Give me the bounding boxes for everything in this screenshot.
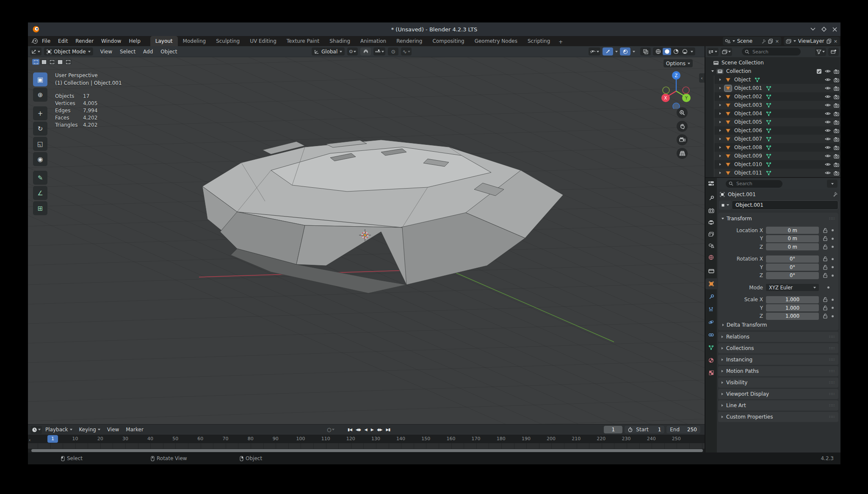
hide-eye-icon[interactable] xyxy=(824,111,832,116)
tool-annotate-button[interactable]: ✎ xyxy=(33,171,47,185)
expand-arrow-icon[interactable] xyxy=(719,129,721,132)
playhead[interactable]: 1 xyxy=(47,435,58,443)
hide-eye-icon[interactable] xyxy=(824,145,832,150)
disable-render-icon[interactable] xyxy=(832,128,840,133)
show-object-types-dropdown[interactable] xyxy=(589,47,600,56)
playback-menu[interactable]: Playback xyxy=(42,427,76,433)
tab-constraints[interactable] xyxy=(705,329,717,340)
hide-eye-icon[interactable] xyxy=(824,94,832,99)
tab-layout[interactable]: Layout xyxy=(150,36,178,46)
current-frame-field[interactable]: 1 xyxy=(604,426,622,433)
properties-editor-type-button[interactable] xyxy=(705,178,717,189)
select-invert-button[interactable] xyxy=(56,59,64,65)
properties-options-dropdown[interactable] xyxy=(827,180,838,188)
expand-arrow-icon[interactable] xyxy=(719,138,721,140)
marker-menu[interactable]: Marker xyxy=(122,427,147,433)
titlebar[interactable]: * (Unsaved) - Blender 4.2.3 LTS xyxy=(28,22,840,36)
tool-transform-button[interactable]: ◉ xyxy=(33,152,47,166)
transform-value-field[interactable]: 0° xyxy=(766,264,819,271)
pin-id-icon[interactable] xyxy=(832,192,838,197)
outliner-object-row[interactable]: Object.011 xyxy=(714,169,840,177)
transform-panel-header[interactable]: Transform ∷∷ xyxy=(718,215,838,222)
outliner-object-row[interactable]: Object.003 xyxy=(714,101,840,109)
timeline-ruler[interactable]: 1020304050607080901001101201301401501601… xyxy=(28,435,705,443)
hide-eye-icon[interactable] xyxy=(824,154,832,158)
expand-arrow-icon[interactable] xyxy=(719,104,721,106)
outliner-object-row[interactable]: Object.010 xyxy=(714,160,840,169)
hide-eye-icon[interactable] xyxy=(824,128,832,133)
close-button[interactable] xyxy=(832,27,837,32)
tool-move-button[interactable]: + xyxy=(33,106,47,120)
mode-selector[interactable]: Object Mode xyxy=(44,47,93,56)
outliner-display-mode-button[interactable] xyxy=(707,48,719,56)
outliner-object-row[interactable]: Object.001 xyxy=(714,84,840,92)
outliner-filter-id-button[interactable] xyxy=(721,48,732,56)
collection-checkbox[interactable] xyxy=(816,69,822,74)
transform-value-field[interactable]: 0 m xyxy=(766,227,819,234)
tab-sculpting[interactable]: Sculpting xyxy=(211,36,245,46)
disable-render-icon[interactable] xyxy=(832,111,840,116)
select-extend-button[interactable] xyxy=(40,59,47,65)
animate-dot[interactable] xyxy=(832,266,834,268)
object-name[interactable]: Object.002 xyxy=(734,94,762,100)
animate-dot[interactable] xyxy=(832,299,834,301)
hide-eye-icon[interactable] xyxy=(824,162,832,167)
outliner-search-input[interactable] xyxy=(752,49,787,55)
snap-toggle[interactable] xyxy=(360,47,371,56)
playback-button[interactable]: ◆▶ xyxy=(376,427,384,432)
panel-drag-handle[interactable]: ∷∷ xyxy=(829,358,835,362)
animate-dot[interactable] xyxy=(827,286,829,289)
disable-render-icon[interactable] xyxy=(832,69,840,74)
tab-material[interactable] xyxy=(705,355,717,366)
tab-world[interactable] xyxy=(705,252,717,263)
tab-physics[interactable] xyxy=(705,316,717,327)
breadcrumb-object[interactable]: Object.001 xyxy=(728,191,756,197)
hide-eye-icon[interactable] xyxy=(824,103,832,107)
shading-rendered-button[interactable] xyxy=(680,48,689,55)
animate-dot[interactable] xyxy=(832,307,834,309)
minimize-button[interactable] xyxy=(810,28,815,31)
object-name[interactable]: Object.009 xyxy=(734,153,762,159)
lock-icon[interactable] xyxy=(823,305,827,311)
lock-icon[interactable] xyxy=(823,297,827,302)
transform-value-field[interactable]: 0° xyxy=(766,272,819,279)
tab-view-layer[interactable] xyxy=(705,229,717,240)
shading-solid-button[interactable] xyxy=(663,48,671,55)
editor-type-button[interactable] xyxy=(30,47,41,56)
animate-dot[interactable] xyxy=(832,229,834,231)
property-panel-header[interactable]: Visibility ∷∷ xyxy=(718,377,838,388)
timeline-editor-type-button[interactable] xyxy=(30,426,42,434)
options-dropdown[interactable]: Options xyxy=(663,59,693,67)
snap-settings-dropdown[interactable] xyxy=(373,47,385,56)
pan-button[interactable] xyxy=(677,121,688,132)
playback-button[interactable]: ▮◀ xyxy=(346,427,353,432)
tab-scripting[interactable]: Scripting xyxy=(522,36,555,46)
vp-menu-view[interactable]: View xyxy=(97,47,116,57)
new-collection-button[interactable] xyxy=(828,48,839,56)
expand-arrow-icon[interactable] xyxy=(719,172,721,174)
expand-arrow-icon[interactable] xyxy=(719,146,721,149)
viewlayer-selector[interactable]: ViewLayer × xyxy=(784,37,840,45)
properties-search-input[interactable] xyxy=(735,180,771,187)
pin-icon[interactable] xyxy=(761,39,766,44)
tab-uv-editing[interactable]: UV Editing xyxy=(245,36,282,46)
lock-icon[interactable] xyxy=(823,228,827,233)
object-name[interactable]: Object.011 xyxy=(734,170,762,176)
menu-file[interactable]: File xyxy=(38,36,54,46)
tab-modifiers[interactable] xyxy=(705,291,717,302)
panel-drag-handle[interactable]: ∷∷ xyxy=(829,346,835,350)
xray-toggle[interactable] xyxy=(640,47,651,56)
disable-render-icon[interactable] xyxy=(832,78,840,82)
outliner-object-row[interactable]: Object.002 xyxy=(714,92,840,101)
outliner-object-row[interactable]: Object.009 xyxy=(714,152,840,160)
timeline-scrollbar[interactable] xyxy=(28,449,705,452)
lock-icon[interactable] xyxy=(823,314,827,319)
expand-arrow-icon[interactable] xyxy=(719,163,721,166)
viewport-canvas[interactable]: ▣ ⊕ + ↻ ◱ ◉ ✎ ∠ ⊞ User Perspective (1) C… xyxy=(28,57,705,424)
blender-menu-icon[interactable] xyxy=(31,38,38,44)
outliner-object-row[interactable]: Object.008 xyxy=(714,143,840,152)
transform-value-field[interactable]: 0 m xyxy=(766,243,819,250)
outliner-object-row[interactable]: Object xyxy=(714,75,840,84)
select-intersect-button[interactable] xyxy=(64,59,72,65)
panel-drag-handle[interactable]: ∷∷ xyxy=(829,335,835,339)
